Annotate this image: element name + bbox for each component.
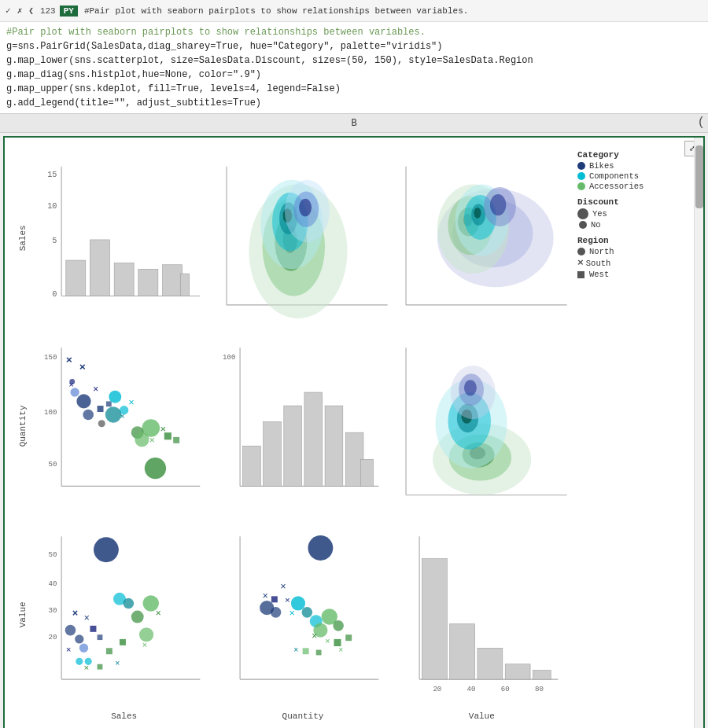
py-badge: PY — [60, 6, 78, 17]
plot-r2c1: 150 100 50 × × × × — [35, 332, 213, 520]
svg-rect-6 — [66, 260, 86, 296]
svg-rect-104 — [90, 626, 96, 632]
svg-point-98 — [65, 624, 76, 635]
svg-point-124 — [271, 607, 282, 618]
svg-text:×: × — [84, 663, 90, 672]
cell-bar-right-icon[interactable]: ( — [697, 116, 705, 130]
svg-point-135 — [334, 620, 345, 631]
legend-accessories: Accessories — [577, 182, 691, 191]
yes-dot — [577, 208, 588, 219]
legend-south: × South — [577, 257, 691, 269]
legend-west: West — [577, 270, 691, 279]
svg-rect-8 — [114, 263, 134, 296]
svg-rect-128 — [271, 596, 278, 602]
scatter-r3c2: × × × × × × — [213, 520, 392, 708]
no-dot — [579, 221, 587, 229]
chevron-button[interactable]: ❮ — [26, 5, 36, 17]
svg-text:40: 40 — [49, 579, 57, 587]
svg-rect-9 — [138, 269, 158, 296]
x-label-sales: Sales — [35, 708, 213, 724]
svg-text:×: × — [325, 636, 330, 645]
legend-north: North — [577, 247, 691, 256]
svg-text:80: 80 — [535, 685, 544, 693]
plot-r3c1: 50 40 30 20 × × × — [35, 520, 213, 708]
components-label: Components — [589, 171, 639, 181]
plot-r2c3 — [393, 332, 571, 520]
svg-text:100: 100 — [223, 353, 235, 362]
svg-text:×: × — [281, 582, 287, 593]
svg-text:50: 50 — [49, 550, 57, 559]
svg-point-90 — [464, 380, 477, 395]
svg-rect-116 — [120, 639, 126, 645]
line-number: 123 — [38, 6, 58, 17]
svg-rect-140 — [303, 648, 309, 654]
svg-text:×: × — [120, 412, 125, 421]
bikes-label: Bikes — [589, 161, 614, 171]
svg-text:10: 10 — [47, 201, 57, 211]
code-block: #Pair plot with seaborn pairplots to sho… — [0, 22, 708, 114]
svg-rect-154 — [533, 670, 551, 678]
plot-r3c2: × × × × × × — [213, 520, 392, 708]
svg-rect-52 — [106, 402, 112, 407]
plot-container: Sales 15 10 5 0 — [11, 144, 697, 724]
y-label-value: Value — [11, 520, 35, 708]
svg-text:60: 60 — [500, 685, 509, 693]
svg-point-130 — [302, 607, 313, 618]
legend-category-title: Category — [577, 150, 691, 160]
svg-text:×: × — [79, 362, 86, 373]
code-line-5: g.map_upper(sns.kdeplot, fill=True, leve… — [6, 82, 702, 96]
svg-text:×: × — [294, 645, 299, 655]
plot-grid: Sales 15 10 5 0 — [11, 144, 571, 724]
scatter-r2c1: 150 100 50 × × × × — [35, 332, 213, 520]
svg-text:40: 40 — [466, 685, 475, 693]
svg-point-100 — [79, 643, 88, 652]
svg-rect-64 — [173, 437, 179, 443]
svg-text:×: × — [93, 384, 99, 395]
y-label-sales: Sales — [11, 144, 35, 332]
svg-rect-153 — [505, 664, 530, 678]
hist-sales: 15 10 5 0 — [35, 144, 213, 332]
north-label: North — [589, 247, 614, 256]
legend-components: Components — [577, 171, 691, 181]
scrollbar-thumb[interactable] — [695, 145, 703, 208]
west-label: West — [589, 270, 609, 279]
kde-r1c3 — [393, 144, 571, 332]
hist-quantity: 100 — [213, 332, 392, 520]
svg-text:×: × — [66, 645, 72, 655]
scrollbar[interactable] — [694, 138, 703, 728]
svg-text:×: × — [338, 645, 343, 655]
svg-rect-152 — [478, 648, 503, 679]
legend-no: No — [577, 220, 691, 230]
legend-region-title: Region — [577, 236, 691, 245]
svg-rect-74 — [304, 392, 323, 486]
toolbar: ✓ ✗ ❮ 123 PY #Pair plot with seaborn pai… — [0, 0, 708, 22]
svg-text:×: × — [149, 436, 155, 447]
svg-rect-72 — [264, 422, 282, 487]
svg-text:0: 0 — [52, 289, 57, 299]
cell-label: B — [351, 118, 356, 129]
svg-text:×: × — [155, 609, 161, 620]
svg-point-24 — [299, 199, 312, 217]
accessories-label: Accessories — [589, 182, 643, 191]
svg-text:30: 30 — [49, 605, 57, 614]
svg-text:×: × — [66, 355, 72, 366]
svg-point-60 — [135, 433, 149, 447]
svg-text:50: 50 — [49, 461, 57, 469]
yes-label: Yes — [592, 209, 607, 219]
plot-r3c3: 20 40 60 80 — [393, 520, 571, 708]
plot-r1c2 — [213, 144, 392, 332]
north-dot — [577, 248, 585, 256]
svg-point-111 — [131, 610, 144, 623]
svg-point-107 — [124, 597, 135, 609]
svg-text:×: × — [128, 398, 135, 409]
code-line-2: g=sns.PairGrid(SalesData,diag_sharey=Tru… — [6, 39, 702, 53]
svg-text:20: 20 — [433, 685, 441, 693]
svg-text:15: 15 — [47, 170, 57, 179]
code-line-1: #Pair plot with seaborn pairplots to sho… — [6, 25, 702, 39]
hist-value: 20 40 60 80 — [393, 520, 571, 708]
svg-text:×: × — [312, 631, 318, 642]
check-button[interactable]: ✓ — [3, 5, 13, 17]
kde-r1c2 — [213, 144, 392, 332]
svg-rect-75 — [325, 406, 343, 486]
x-button[interactable]: ✗ — [15, 5, 25, 17]
